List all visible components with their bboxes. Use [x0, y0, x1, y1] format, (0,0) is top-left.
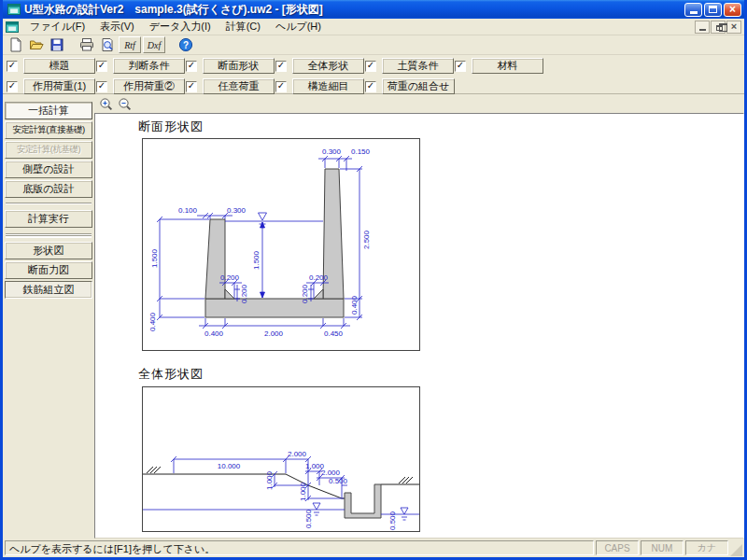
checkbox-kaju-kumiawase[interactable]: ✓ — [365, 81, 376, 92]
checkbox-hyodai[interactable]: ✓ — [7, 61, 18, 72]
toggle-cell: ✓ 作用荷重(1) — [7, 78, 96, 94]
dim-label: 2.000 — [321, 469, 341, 477]
dim-label: 0.200 — [301, 284, 309, 303]
toggle-cell: ✓ 構造細目 — [275, 78, 365, 94]
status-bar: ヘルプを表示するには[F1]を押して下さい。 CAPS NUM カナ — [3, 539, 744, 557]
dim-label: 1.500 — [150, 248, 159, 268]
checkbox-doshitsu[interactable]: ✓ — [365, 61, 376, 72]
save-icon — [49, 37, 64, 52]
menu-calc[interactable]: 計算(C) — [218, 19, 268, 35]
sidebar-button-danmenryokuzu[interactable]: 断面力図 — [5, 261, 92, 279]
checkbox-danmen[interactable]: ✓ — [186, 61, 197, 72]
sidebar-button-antei-kui: 安定計算(杭基礎) — [5, 141, 92, 159]
check-icon: ✓ — [277, 61, 285, 70]
rtf-export-button[interactable]: Rtf — [119, 36, 141, 53]
toggle-cell: ✓ 土質条件 — [365, 58, 455, 74]
new-file-button[interactable] — [7, 36, 25, 54]
menu-file[interactable]: ファイル(F) — [22, 19, 92, 35]
dim-label: 0.200 — [240, 284, 248, 303]
dxf-export-button[interactable]: Dxf — [143, 36, 165, 53]
checkbox-handan[interactable]: ✓ — [96, 61, 107, 72]
menu-help[interactable]: ヘルプ(H) — [268, 19, 329, 35]
ground-hatch-icon — [147, 467, 413, 483]
sidebar-button-ikkatsu-keisan[interactable]: 一括計算 — [5, 102, 92, 119]
button-kaju-kumiawase[interactable]: 荷重の組合せ — [382, 78, 455, 94]
dim-label: 0.400 — [204, 329, 224, 338]
button-nini-kaju[interactable]: 任意荷重 — [203, 78, 275, 94]
checkbox-sayo-kaju-1[interactable]: ✓ — [7, 81, 18, 92]
check-icon: ✓ — [457, 61, 464, 70]
dim-label: 1.000 — [299, 482, 307, 501]
help-button[interactable]: ? — [176, 36, 195, 54]
open-file-button[interactable] — [27, 36, 46, 54]
check-icon: ✓ — [8, 81, 16, 91]
toggle-cell: ✓ 判断条件 — [96, 58, 186, 74]
button-doshitsu-joken[interactable]: 土質条件 — [382, 58, 454, 74]
button-sayo-kaju-1[interactable]: 作用荷重(1) — [23, 78, 95, 94]
minimize-button[interactable] — [684, 3, 702, 17]
print-preview-button[interactable] — [98, 36, 117, 54]
check-icon: ✓ — [188, 61, 195, 70]
dim-label: 0.450 — [324, 329, 344, 338]
section-figure-title: 断面形状図 — [138, 119, 204, 135]
overall-figure-box: 10.000 2.000 1.000 2.000 0.500 1.000 1.0… — [142, 386, 420, 532]
dim-label: 0.300 — [227, 206, 247, 215]
drawing-pane: 断面形状図 — [94, 94, 744, 539]
drawing-canvas[interactable]: 断面形状図 — [94, 113, 744, 539]
button-sayo-kaju-2[interactable]: 作用荷重② — [113, 78, 185, 94]
toggle-cell: ✓ 標題 — [7, 58, 96, 74]
button-zentai-keijo[interactable]: 全体形状 — [292, 58, 364, 74]
checkbox-nini-kaju[interactable]: ✓ — [186, 81, 197, 92]
checkbox-zentai[interactable]: ✓ — [275, 61, 287, 72]
menu-view[interactable]: 表示(V) — [92, 19, 142, 35]
check-icon: ✓ — [98, 81, 106, 91]
sidebar-button-keisan-jikko[interactable]: 計算実行 — [5, 210, 92, 228]
checkbox-zairyo[interactable]: ✓ — [455, 61, 466, 72]
section-figure-box: 0.100 0.300 0.300 0.150 1.500 0.400 1.50… — [142, 138, 420, 351]
toggle-cell: ✓ 全体形状 — [275, 58, 365, 74]
button-hyodai[interactable]: 標題 — [23, 58, 95, 74]
resize-grip[interactable] — [730, 544, 742, 556]
button-handan-joken[interactable]: 判断条件 — [113, 58, 185, 74]
print-button[interactable] — [78, 36, 96, 54]
new-file-icon — [8, 37, 23, 52]
dim-label: 0.500 — [304, 509, 313, 528]
save-button[interactable] — [48, 36, 66, 54]
checkbox-sayo-kaju-2[interactable]: ✓ — [96, 81, 107, 92]
check-icon: ✓ — [188, 81, 195, 91]
checkbox-kozo-saimoku[interactable]: ✓ — [275, 81, 287, 92]
mdi-minimize-button[interactable] — [695, 21, 710, 34]
check-icon: ✓ — [277, 81, 285, 91]
button-danmen-keijo[interactable]: 断面形状 — [203, 58, 275, 74]
water-level-icon — [225, 213, 323, 227]
mdi-restore-button[interactable] — [711, 21, 726, 34]
water-table-right-icon — [381, 508, 419, 520]
button-zairyo[interactable]: 材料 — [472, 58, 543, 74]
sidebar-button-tekkin-kumitatezu[interactable]: 鉄筋組立図 — [5, 281, 92, 299]
channel-cross-section-shape — [205, 169, 344, 317]
maximize-button[interactable] — [704, 3, 722, 17]
app-window: U型水路の設計Ver2 sample.3(試行くさび).uw2 - [形状図] … — [0, 0, 747, 560]
dim-label: 0.200 — [220, 273, 240, 282]
maximize-icon — [709, 6, 717, 13]
sidebar: 一括計算 安定計算(直接基礎) 安定計算(杭基礎) 側壁の設計 底版の設計 計算… — [3, 94, 94, 539]
zoom-in-button[interactable] — [98, 96, 114, 112]
toggle-cell: ✓ 断面形状 — [186, 58, 275, 74]
document-icon — [6, 21, 19, 33]
zoom-toolbar — [94, 94, 744, 113]
menu-data-input[interactable]: データ入力(I) — [142, 19, 218, 35]
minimize-icon — [690, 11, 698, 14]
close-button[interactable]: × — [724, 3, 741, 17]
status-kana-indicator: カナ — [685, 540, 728, 555]
dim-label: 1.500 — [252, 250, 261, 270]
sidebar-button-teiban-sekkei[interactable]: 底版の設計 — [5, 180, 92, 198]
sidebar-button-keijozu[interactable]: 形状図 — [5, 242, 92, 259]
mdi-close-icon: × — [731, 21, 737, 32]
check-icon: ✓ — [367, 61, 374, 70]
main-area: 一括計算 安定計算(直接基礎) 安定計算(杭基礎) 側壁の設計 底版の設計 計算… — [3, 94, 744, 539]
sidebar-button-antei-chokusetsu[interactable]: 安定計算(直接基礎) — [5, 121, 92, 139]
button-kozo-saimoku[interactable]: 構造細目 — [292, 78, 364, 94]
sidebar-button-sokuheki-sekkei[interactable]: 側壁の設計 — [5, 161, 92, 178]
zoom-out-button[interactable] — [117, 96, 133, 112]
mdi-close-button[interactable]: × — [726, 21, 741, 34]
